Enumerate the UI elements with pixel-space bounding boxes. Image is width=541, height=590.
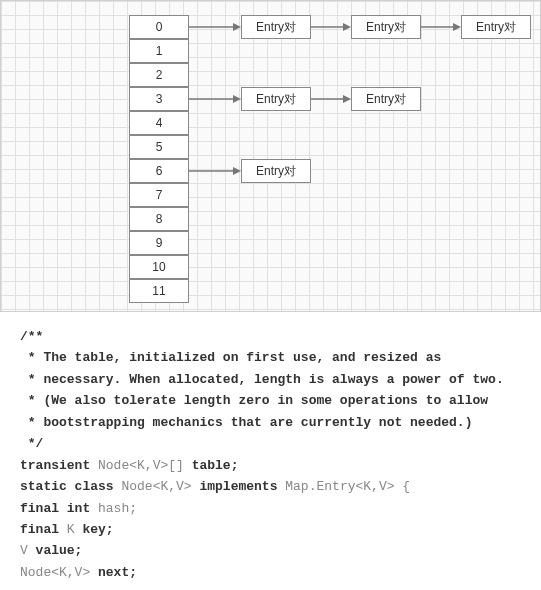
code-text: * necessary. When allocated, length is a… [20, 372, 504, 387]
code-text: * The table, initialized on first use, a… [20, 350, 441, 365]
hashtable-diagram: 0 1 2 3 4 5 6 7 8 9 10 11 Entry对 Entry对 … [0, 0, 541, 312]
code-text: final int [20, 501, 90, 516]
code-text: K [59, 522, 82, 537]
code-text: static class [20, 479, 114, 494]
entry-node: Entry对 [461, 15, 531, 39]
bucket-0: 0 [129, 15, 189, 39]
bucket-10: 10 [129, 255, 189, 279]
entry-node: Entry对 [241, 15, 311, 39]
bucket-5: 5 [129, 135, 189, 159]
arrow-icon [421, 19, 461, 35]
bucket-4: 4 [129, 111, 189, 135]
arrow-icon [189, 163, 241, 179]
bucket-9: 9 [129, 231, 189, 255]
bucket-1: 1 [129, 39, 189, 63]
code-text: */ [20, 436, 43, 451]
bucket-2: 2 [129, 63, 189, 87]
bucket-7: 7 [129, 183, 189, 207]
entry-node: Entry对 [351, 87, 421, 111]
bucket-6: 6 [129, 159, 189, 183]
code-text: value; [36, 543, 83, 558]
code-block: /** * The table, initialized on first us… [0, 312, 541, 590]
code-text: Node<K,V>[] [90, 458, 191, 473]
svg-marker-5 [453, 23, 461, 31]
entry-node: Entry对 [351, 15, 421, 39]
bucket-11: 11 [129, 279, 189, 303]
arrow-icon [311, 91, 351, 107]
code-text: next; [98, 565, 137, 580]
svg-marker-9 [343, 95, 351, 103]
svg-marker-7 [233, 95, 241, 103]
svg-marker-11 [233, 167, 241, 175]
code-text: /** [20, 329, 43, 344]
arrow-icon [189, 19, 241, 35]
code-text: implements [199, 479, 277, 494]
svg-marker-3 [343, 23, 351, 31]
code-text: table; [192, 458, 239, 473]
bucket-8: 8 [129, 207, 189, 231]
code-text: hash; [90, 501, 137, 516]
entry-node: Entry对 [241, 159, 311, 183]
code-text: Map.Entry<K,V> { [277, 479, 410, 494]
code-text: Node<K,V> [20, 565, 98, 580]
code-text: * (We also tolerate length zero in some … [20, 393, 488, 408]
arrow-icon [311, 19, 351, 35]
code-text: * bootstrapping mechanics that are curre… [20, 415, 472, 430]
code-text: transient [20, 458, 90, 473]
code-text: V [20, 543, 36, 558]
code-text: Node<K,V> [114, 479, 200, 494]
code-text: key; [82, 522, 113, 537]
code-text: final [20, 522, 59, 537]
code-text: ... [20, 586, 43, 590]
svg-marker-1 [233, 23, 241, 31]
entry-node: Entry对 [241, 87, 311, 111]
arrow-icon [189, 91, 241, 107]
bucket-3: 3 [129, 87, 189, 111]
